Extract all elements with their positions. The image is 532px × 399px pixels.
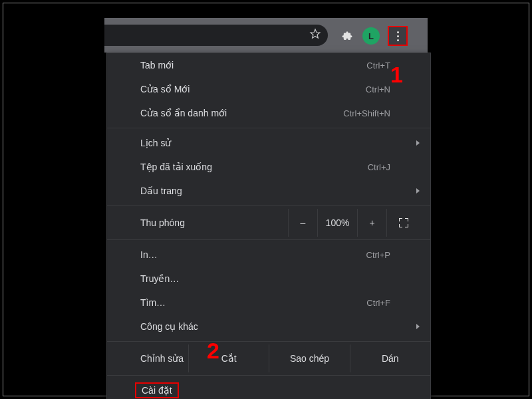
settings-highlight-box: Cài đặt	[135, 382, 179, 398]
menu-label: Tệp đã tải xuống	[140, 162, 368, 172]
menu-separator	[107, 128, 430, 128]
fullscreen-button[interactable]	[386, 209, 420, 237]
menu-item-find[interactable]: Tìm… Ctrl+F	[107, 291, 430, 315]
browser-toolbar: L	[104, 18, 428, 53]
menu-label: In…	[140, 249, 366, 260]
menu-item-zoom: Thu phóng – 100% +	[107, 209, 430, 237]
menu-separator	[107, 205, 430, 206]
edit-cut-button[interactable]: Cắt	[188, 344, 269, 372]
menu-separator	[107, 375, 430, 376]
chevron-right-icon	[416, 140, 420, 146]
menu-label: Cửa sổ Mới	[140, 84, 366, 94]
fullscreen-icon	[399, 218, 408, 227]
menu-label: Cài đặt	[140, 382, 420, 398]
menu-shortcut: Ctrl+T	[366, 61, 420, 70]
menu-separator	[107, 239, 430, 240]
menu-label: Lịch sử	[140, 138, 420, 148]
menu-label: Cửa sổ ẩn danh mới	[140, 108, 343, 118]
edit-copy-button[interactable]: Sao chép	[269, 344, 349, 372]
screenshot-frame: L Tab mới Ctrl+T Cửa sổ Mới Ctrl+N Cửa s…	[3, 3, 529, 396]
address-bar[interactable]	[104, 25, 328, 46]
menu-item-cast[interactable]: Truyền…	[107, 267, 430, 291]
menu-shortcut: Ctrl+N	[366, 84, 420, 94]
menu-shortcut: Ctrl+J	[368, 162, 420, 172]
menu-item-new-tab[interactable]: Tab mới Ctrl+T	[107, 53, 430, 77]
menu-shortcut: Ctrl+P	[366, 250, 420, 260]
chrome-main-menu: Tab mới Ctrl+T Cửa sổ Mới Ctrl+N Cửa sổ …	[106, 53, 431, 399]
menu-separator	[107, 341, 430, 342]
menu-item-more-tools[interactable]: Công cụ khác	[107, 315, 430, 338]
more-vert-icon	[397, 31, 399, 41]
menu-label: Công cụ khác	[140, 321, 420, 332]
zoom-out-button[interactable]: –	[288, 209, 317, 237]
menu-item-edit-row: Chỉnh sửa Cắt Sao chép Dán	[107, 344, 430, 372]
menu-label: Dấu trang	[140, 186, 420, 196]
menu-item-print[interactable]: In… Ctrl+P	[107, 243, 430, 267]
chevron-right-icon	[416, 188, 420, 194]
zoom-controls: – 100% +	[273, 209, 420, 237]
menu-item-bookmarks[interactable]: Dấu trang	[107, 179, 430, 203]
zoom-value: 100%	[317, 209, 357, 237]
menu-item-history[interactable]: Lịch sử	[107, 131, 430, 155]
menu-label: Truyền…	[140, 273, 420, 284]
menu-label: Tìm…	[140, 297, 366, 308]
profile-avatar[interactable]: L	[362, 27, 380, 45]
menu-item-settings[interactable]: Cài đặt	[107, 378, 430, 399]
menu-shortcut: Ctrl+Shift+N	[343, 108, 420, 118]
menu-item-new-window[interactable]: Cửa sổ Mới Ctrl+N	[107, 77, 430, 101]
menu-item-downloads[interactable]: Tệp đã tải xuống Ctrl+J	[107, 155, 430, 179]
menu-item-incognito[interactable]: Cửa sổ ẩn danh mới Ctrl+Shift+N	[107, 101, 430, 125]
svg-marker-0	[311, 29, 320, 38]
menu-shortcut: Ctrl+F	[366, 298, 420, 308]
edit-label: Chỉnh sửa	[107, 344, 188, 372]
menu-label: Tab mới	[140, 60, 366, 70]
bookmark-star-icon[interactable]	[309, 28, 321, 43]
extensions-icon[interactable]	[338, 27, 356, 45]
chevron-right-icon	[416, 324, 420, 329]
menu-label: Thu phóng	[140, 217, 273, 228]
edit-paste-button[interactable]: Dán	[350, 344, 430, 372]
kebab-menu-icon[interactable]	[388, 26, 408, 46]
zoom-in-button[interactable]: +	[357, 209, 386, 237]
